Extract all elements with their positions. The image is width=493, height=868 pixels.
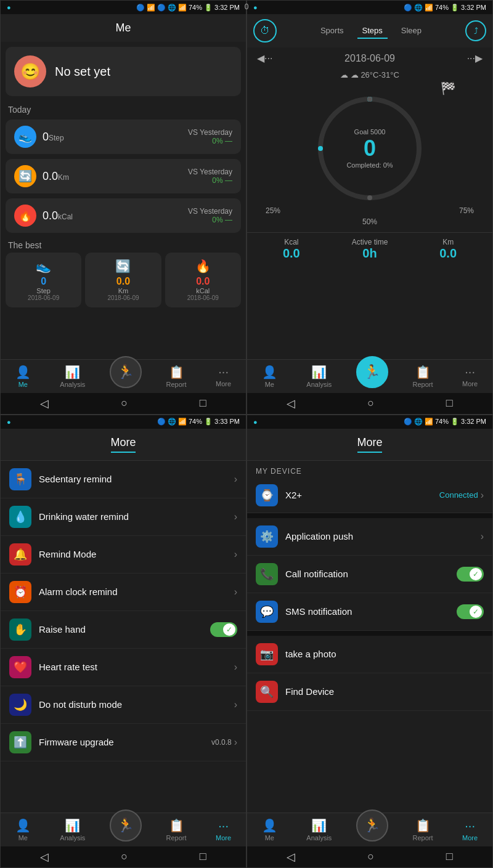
nav-me-3[interactable]: 👤 Me [10,817,36,843]
flag-icon: 🏁 [441,81,456,95]
analysis-nav-icon-3: 📊 [65,818,80,833]
nav-center-3[interactable]: 🏃 [110,809,142,842]
home-btn-1[interactable]: ○ [121,397,128,410]
nav-me-2[interactable]: 👤 Me [257,363,282,389]
nav-analysis-4[interactable]: 📊 Analysis [301,817,336,843]
svg-point-3 [367,97,372,102]
profile-section[interactable]: 😊 No set yet [6,47,241,96]
center-icon-1: 🏃 [117,364,134,380]
home-btn-2[interactable]: ○ [367,397,374,410]
best-card-kcal[interactable]: 🔥 0.0 kCal 2018-06-09 [165,253,241,307]
analysis-nav-label-2: Analysis [306,381,332,388]
menu-app-push[interactable]: ⚙️ Application push › [247,518,492,556]
nav-analysis-1[interactable]: 📊 Analysis [55,363,90,389]
menu-call-notification[interactable]: 📞 Call notification [247,556,492,593]
best-card-km[interactable]: 🔄 0.0 Km 2018-06-09 [85,253,161,307]
recent-btn-2[interactable]: □ [446,397,453,410]
menu-dnd[interactable]: 🌙 Do not disturb mode › [1,686,246,724]
stat-row-kcal[interactable]: 🔥 0.0kCal VS Yesterday 0% — [6,198,241,233]
best-card-steps[interactable]: 👟 0 Step 2018-06-09 [6,253,81,307]
steps-icon: 👟 [14,126,36,148]
app-push-arrow: › [481,531,484,542]
km-value: 0.0 [43,170,58,182]
stat-row-steps[interactable]: 👟 0Step VS Yesterday 0% — [6,120,241,154]
my-device-label: MY DEVICE [247,461,492,478]
km-unit: Km [58,173,69,182]
screen-more-left: ● 🔵 🌐 📶 74% 🔋 3:33 PM More 🪑 Sedentary r… [0,415,246,869]
nav-me-4[interactable]: 👤 Me [257,817,282,843]
status-indicator-2: ● [253,4,258,11]
back-btn-4[interactable]: ◁ [287,850,295,864]
remind-mode-label: Remind Mode [39,549,234,559]
menu-alarm[interactable]: ⏰ Alarm clock remind › [1,574,246,611]
best-kcal-date: 2018-06-09 [171,294,235,301]
stat-km-2: Km 0.0 [439,238,457,261]
home-btn-3[interactable]: ○ [121,850,128,864]
menu-firmware[interactable]: ⬆️ Firmware upgrade v0.0.8 › [1,724,246,761]
avatar-icon: 😊 [20,62,40,81]
more-nav-label-3: More [216,834,231,842]
device-icon: ⌚ [256,484,278,506]
back-btn-2[interactable]: ◁ [287,397,295,410]
call-notif-toggle[interactable] [457,567,484,582]
section-divider-2 [247,631,492,636]
drinking-label: Drinking water remind [39,511,234,522]
next-date-btn[interactable]: ···▶ [467,52,483,64]
dnd-label: Do not disturb mode [39,699,234,710]
nav-center-2[interactable]: 🏃 [356,356,388,388]
kcal-label-2: Kcal [283,238,300,246]
me-nav-label-2: Me [265,381,274,388]
nav-center-1[interactable]: 🏃 [110,356,142,388]
tab-sleep[interactable]: Sleep [396,23,426,39]
nav-more-2[interactable]: ··· More [457,363,483,389]
nav-me-1[interactable]: 👤 Me [10,363,36,389]
nav-analysis-2[interactable]: 📊 Analysis [301,363,336,389]
nav-report-2[interactable]: 📋 Report [407,363,438,389]
nav-analysis-3[interactable]: 📊 Analysis [55,817,90,843]
sms-notif-toggle[interactable] [457,604,484,619]
nav-more-3[interactable]: ··· More [211,817,236,843]
steps-unit: Step [49,134,64,142]
more-nav-icon-2: ··· [465,365,475,379]
recent-btn-1[interactable]: □ [200,397,206,410]
menu-sedentary[interactable]: 🪑 Sedentary remind › [1,461,246,498]
tab-sports[interactable]: Sports [316,23,349,39]
prev-date-btn[interactable]: ◀··· [257,52,272,64]
me-nav-label: Me [18,381,28,388]
active-time-label: Active time [352,238,388,246]
recent-btn-4[interactable]: □ [446,850,453,864]
menu-raise-hand[interactable]: ✋ Raise hand [1,611,246,649]
menu-sms-notification[interactable]: 💬 SMS notification [247,593,492,631]
circle-completed: Completed: 0% [346,161,393,169]
back-btn-3[interactable]: ◁ [40,850,49,864]
back-btn-1[interactable]: ◁ [40,397,49,410]
remind-mode-icon: 🔔 [9,543,31,566]
stat-row-km[interactable]: 🔄 0.0Km VS Yesterday 0% — [6,159,241,193]
sedentary-arrow: › [234,474,237,485]
nav-center-4[interactable]: 🏃 [356,809,388,842]
system-nav-2: ◁ ○ □ [247,393,492,414]
header-circle-btn[interactable]: ⏱ [253,19,277,43]
menu-remind-mode[interactable]: 🔔 Remind Mode › [1,536,246,574]
status-icons-3: 🔵 🌐 📶 74% 🔋 3:33 PM [157,418,240,426]
nav-more-1[interactable]: ··· More [211,363,236,389]
menu-heart-rate[interactable]: ❤️ Heart rate test › [1,649,246,686]
menu-find-device[interactable]: 🔍 Find Device [247,673,492,711]
stats-row-bottom: Kcal 0.0 Active time 0h Km 0.0 [247,232,492,266]
alarm-label: Alarm clock remind [39,586,234,597]
nav-report-1[interactable]: 📋 Report [161,363,191,389]
sms-notif-icon: 💬 [256,601,278,623]
device-x2plus[interactable]: ⌚ X2+ Connected › [247,478,492,513]
recent-btn-3[interactable]: □ [200,850,206,864]
nav-report-4[interactable]: 📋 Report [407,817,438,843]
menu-drinking[interactable]: 💧 Drinking water remind › [1,498,246,536]
nav-more-4[interactable]: ··· More [457,817,483,843]
tab-steps[interactable]: Steps [357,23,388,39]
raise-hand-toggle[interactable] [210,622,237,637]
best-label: The best [8,240,238,250]
nav-report-3[interactable]: 📋 Report [161,817,191,843]
home-btn-4[interactable]: ○ [367,850,374,864]
share-button[interactable]: ⤴ [465,20,486,41]
firmware-version: v0.0.8 [211,738,232,747]
menu-take-photo[interactable]: 📷 take a photo [247,636,492,673]
